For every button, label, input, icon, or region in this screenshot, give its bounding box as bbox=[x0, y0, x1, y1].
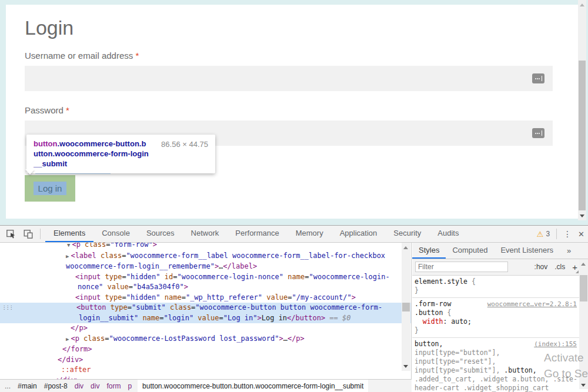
scroll-up-icon[interactable] bbox=[578, 1, 586, 9]
css-token: input[type="reset"], bbox=[415, 357, 496, 366]
tab-sources[interactable]: Sources bbox=[138, 226, 183, 242]
breadcrumb-item[interactable]: form bbox=[106, 380, 121, 392]
page-scrollbar-thumb[interactable] bbox=[579, 61, 586, 210]
breadcrumb-item[interactable]: p bbox=[128, 380, 132, 392]
code-token: = bbox=[219, 314, 223, 322]
tree-scrollbar-thumb[interactable] bbox=[402, 303, 410, 311]
node-options-icon[interactable]: ⋮⋮⋮ bbox=[2, 303, 12, 313]
more-options-icon[interactable]: ⋮ bbox=[563, 229, 572, 239]
login-button[interactable]: Log in bbox=[25, 175, 75, 202]
css-rule-line: element.style { bbox=[415, 277, 577, 286]
styles-scrollbar-thumb[interactable] bbox=[580, 275, 587, 301]
device-toolbar-icon[interactable] bbox=[22, 228, 34, 240]
scroll-down-icon[interactable] bbox=[402, 362, 410, 370]
code-token: "Log in" bbox=[223, 314, 258, 322]
code-token: = bbox=[159, 314, 163, 322]
tree-line[interactable]: <input type="hidden" name="_wp_http_refe… bbox=[0, 293, 411, 303]
tree-line[interactable]: ::after bbox=[0, 365, 411, 376]
tree-line[interactable]: ▼<p class="form-row"> bbox=[0, 243, 411, 251]
breadcrumb: ...#main#post-8divdivformpbutton.woocomm… bbox=[0, 379, 412, 392]
code-token: Log in bbox=[262, 314, 287, 322]
css-rule-line: header-cart .widget_shopping_cart bbox=[415, 384, 577, 392]
expand-arrow-icon[interactable]: ▶ bbox=[66, 336, 69, 342]
code-token bbox=[166, 303, 170, 311]
scroll-down-icon[interactable] bbox=[578, 212, 586, 220]
code-token bbox=[101, 293, 105, 301]
css-rule[interactable]: element.style {} bbox=[412, 276, 579, 297]
warning-icon: ⚠ bbox=[537, 230, 544, 239]
tab-console[interactable]: Console bbox=[93, 226, 138, 242]
code-token: "_wp_http_referer" bbox=[186, 293, 262, 301]
scroll-up-icon[interactable] bbox=[579, 260, 587, 268]
tree-line[interactable]: ▶<p class="woocommerce-LostPassword lost… bbox=[0, 334, 411, 345]
filter-controls: :hov .cls + bbox=[534, 259, 577, 274]
breadcrumb-item[interactable]: ... bbox=[5, 380, 11, 392]
close-devtools-icon[interactable]: ✕ bbox=[578, 230, 584, 239]
breadcrumb-item[interactable]: div bbox=[91, 380, 99, 392]
breadcrumb-item[interactable]: button.woocommerce-button.button.woocomm… bbox=[138, 380, 368, 392]
styles-scrollbar[interactable] bbox=[579, 259, 588, 389]
code-token: value bbox=[108, 283, 129, 291]
code-token: </p> bbox=[288, 334, 305, 343]
code-token: nonce" bbox=[78, 283, 103, 291]
password-manager-icon[interactable] bbox=[532, 128, 544, 138]
css-rule[interactable]: (index):155button,input[type="button"],i… bbox=[412, 337, 579, 392]
tree-line[interactable]: ⋮⋮⋮<button type="submit" class="woocomme… bbox=[0, 303, 411, 313]
password-manager-icon[interactable] bbox=[532, 73, 544, 83]
tab-network[interactable]: Network bbox=[183, 226, 228, 242]
css-token: header-cart .widget_shopping_cart bbox=[415, 384, 549, 392]
tab-audits[interactable]: Audits bbox=[429, 226, 467, 242]
code-token: <input bbox=[75, 273, 101, 281]
tree-line[interactable]: </p> bbox=[0, 323, 411, 334]
scroll-up-icon[interactable] bbox=[402, 243, 410, 252]
css-rule-line: input[type="reset"], bbox=[415, 357, 577, 366]
css-token: button, bbox=[415, 340, 443, 348]
login-button-label: Log in bbox=[34, 182, 67, 195]
code-token: "form-row" bbox=[110, 243, 152, 249]
css-rule[interactable]: woocommerce…ver=2.2.8:1.form-row.button … bbox=[412, 297, 579, 337]
sidebar-tab-computed[interactable]: Computed bbox=[446, 243, 494, 259]
code-token: = bbox=[288, 293, 292, 301]
tree-scrollbar[interactable] bbox=[402, 243, 410, 371]
code-token: "hidden" bbox=[126, 273, 161, 281]
tree-line[interactable]: woocommerce-form-login__rememberme">…</l… bbox=[0, 262, 411, 272]
code-token: "/my-account/" bbox=[292, 293, 352, 301]
code-token bbox=[106, 303, 111, 311]
tab-elements[interactable]: Elements bbox=[45, 226, 93, 242]
new-rule-dropdown-icon[interactable] bbox=[576, 270, 579, 273]
tab-application[interactable]: Application bbox=[332, 226, 386, 242]
tab-performance[interactable]: Performance bbox=[227, 226, 287, 242]
tree-line[interactable]: </div> bbox=[0, 355, 411, 366]
code-token: name bbox=[165, 293, 182, 301]
warnings-badge[interactable]: ⚠ 3 bbox=[537, 230, 550, 239]
sidebar-tab-styles[interactable]: Styles bbox=[412, 243, 446, 259]
code-token: class bbox=[85, 243, 106, 249]
breadcrumb-item[interactable]: #post-8 bbox=[44, 380, 68, 392]
page-scrollbar[interactable] bbox=[578, 0, 586, 220]
tab-memory[interactable]: Memory bbox=[288, 226, 332, 242]
tree-line[interactable]: nonce" value="b4a5a304f0"> bbox=[0, 282, 411, 293]
tree-line[interactable]: login__submit" name="login" value="Log i… bbox=[0, 313, 411, 324]
stylesheet-link[interactable]: woocommerce…ver=2.2.8:1 bbox=[487, 300, 577, 309]
toggle-hover-button[interactable]: :hov bbox=[534, 263, 548, 271]
css-token: } bbox=[415, 326, 419, 334]
css-token: input[type="submit"], bbox=[415, 366, 504, 374]
css-token: { bbox=[472, 277, 476, 286]
styles-filter-input[interactable] bbox=[415, 262, 508, 272]
scroll-down-icon[interactable] bbox=[579, 381, 587, 389]
inspect-element-icon[interactable] bbox=[5, 228, 17, 240]
breadcrumb-item[interactable]: div bbox=[75, 380, 83, 392]
username-input[interactable] bbox=[25, 66, 553, 91]
more-tabs-icon[interactable]: » bbox=[567, 246, 571, 255]
tree-line[interactable]: </form> bbox=[0, 344, 411, 355]
tree-line[interactable]: ▶<label class="woocommerce-form__label w… bbox=[0, 251, 411, 262]
sidebar-tab-event-listeners[interactable]: Event Listeners bbox=[494, 243, 560, 259]
breadcrumb-item[interactable]: #main bbox=[18, 380, 37, 392]
stylesheet-link[interactable]: (index):155 bbox=[534, 340, 577, 349]
tab-security[interactable]: Security bbox=[385, 226, 429, 242]
toggle-class-button[interactable]: .cls bbox=[554, 263, 565, 271]
expand-arrow-icon[interactable]: ▶ bbox=[66, 253, 69, 259]
expand-arrow-icon[interactable]: ▼ bbox=[67, 243, 70, 248]
code-token: "hidden" bbox=[126, 293, 161, 301]
tree-line[interactable]: <input type="hidden" id="woocommerce-log… bbox=[0, 272, 411, 283]
